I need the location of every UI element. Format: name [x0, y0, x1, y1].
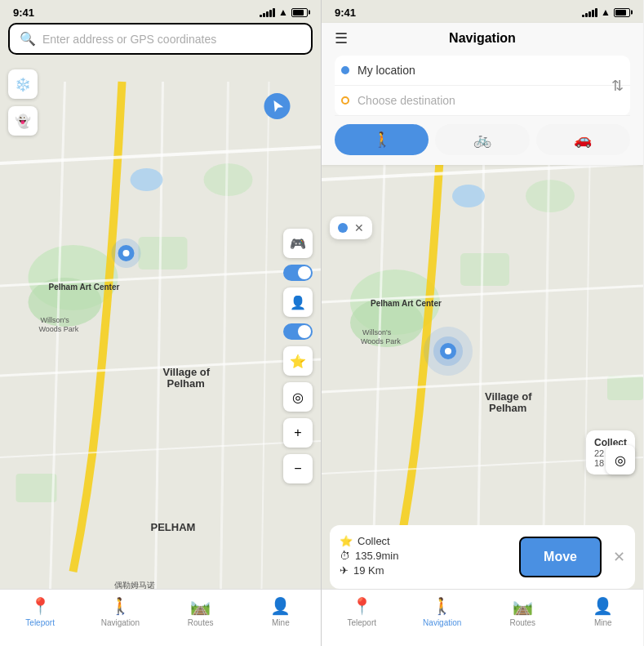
nav-header-row: ☰ Navigation	[335, 31, 630, 46]
toggle-2[interactable]	[283, 323, 313, 340]
snowflake-button[interactable]: ❄️	[8, 69, 38, 99]
right-teleport-icon: 📍	[352, 596, 372, 616]
svg-text:Woods Park: Woods Park	[39, 325, 79, 333]
navigation-header: ☰ Navigation My location Choose destinat…	[322, 23, 643, 165]
signal-bars-icon	[260, 7, 275, 17]
wifi-icon: ▲	[278, 7, 288, 18]
pin-dot	[338, 223, 348, 233]
right-teleport-label: Teleport	[347, 618, 376, 627]
hamburger-button[interactable]: ☰	[335, 29, 348, 47]
collect-title-row: ⭐ Collect	[340, 535, 513, 547]
car-mode-button[interactable]: 🚗	[536, 124, 630, 155]
teleport-icon: 📍	[30, 596, 51, 616]
person-icon-button[interactable]: 👤	[283, 287, 313, 317]
right-status-bar: 9:41 ▲	[322, 0, 643, 23]
walk-icon: 🚶	[373, 131, 391, 149]
right-wifi-icon: ▲	[601, 7, 611, 18]
right-nav-item-routes[interactable]: 🛤️ Routes	[482, 596, 563, 627]
map-background: Pelham Art Center Willson's Woods Park V…	[0, 0, 321, 646]
nav-item-teleport[interactable]: 📍 Teleport	[0, 596, 80, 627]
right-mine-icon: 👤	[593, 596, 613, 616]
zoom-in-button[interactable]: +	[283, 418, 313, 448]
bottom-nav-right: 📍 Teleport 🚶 Navigation 🛤️ Routes 👤 Mine	[322, 589, 643, 646]
location-button[interactable]: ◎	[283, 382, 313, 412]
svg-text:Pelham: Pelham	[167, 377, 205, 390]
svg-rect-31	[460, 253, 509, 286]
mine-icon: 👤	[270, 596, 291, 616]
status-bar: 9:41 ▲	[0, 0, 321, 23]
svg-rect-5	[16, 474, 57, 502]
bike-mode-button[interactable]: 🚲	[435, 124, 529, 155]
svg-rect-33	[607, 376, 643, 400]
collect-star-icon: ⭐	[340, 535, 353, 547]
bike-icon: 🚲	[473, 131, 491, 149]
collect-distance-row: ✈ 19 Km	[340, 564, 513, 577]
svg-text:Pelham Art Center: Pelham Art Center	[49, 283, 120, 292]
ghost-icon: 👻	[15, 114, 31, 129]
right-nav-item-teleport[interactable]: 📍 Teleport	[322, 596, 402, 627]
routes-label: Routes	[188, 618, 214, 627]
search-bar[interactable]: 🔍 Enter address or GPS coordinates	[8, 23, 313, 55]
mine-label: Mine	[272, 618, 290, 627]
collect-time-value: 135.9min	[355, 550, 398, 562]
collect-distance-value: 19 Km	[353, 564, 384, 577]
right-nav-item-mine[interactable]: 👤 Mine	[563, 596, 644, 627]
route-fields: My location Choose destination ⇅	[335, 56, 630, 116]
dest-placeholder: Choose destination	[358, 94, 455, 107]
svg-text:Willson's: Willson's	[41, 316, 70, 324]
pin-overlay: ✕	[330, 216, 372, 239]
toggle-1[interactable]	[283, 265, 313, 281]
right-battery-icon	[614, 8, 630, 17]
info-card-close-button[interactable]: ✕	[613, 548, 625, 566]
svg-text:Willson's: Willson's	[362, 328, 392, 336]
zoom-out-button[interactable]: −	[283, 454, 313, 483]
svg-text:PELHAM: PELHAM	[151, 521, 196, 533]
pin-close-button[interactable]: ✕	[354, 221, 364, 234]
svg-text:Pelham Art Center: Pelham Art Center	[371, 299, 442, 308]
teleport-label: Teleport	[25, 618, 55, 627]
svg-text:Pelham: Pelham	[489, 402, 526, 414]
bottom-nav-left: 📍 Teleport 🚶 Navigation 🛤️ Routes 👤 Mine	[0, 589, 321, 646]
nav-item-mine[interactable]: 👤 Mine	[241, 596, 321, 627]
nav-title: Navigation	[449, 31, 516, 46]
right-location-button[interactable]: ◎	[606, 445, 635, 474]
move-button[interactable]: Move	[519, 537, 602, 577]
status-time: 9:41	[13, 7, 34, 19]
collect-distance-icon: ✈	[340, 564, 349, 577]
search-placeholder: Enter address or GPS coordinates	[42, 33, 216, 46]
right-routes-icon: 🛤️	[513, 596, 533, 616]
collect-title: Collect	[358, 535, 390, 547]
right-navigation-label: Navigation	[423, 618, 461, 627]
gamepad-button[interactable]: 🎮	[283, 229, 313, 258]
collect-time-row: ⏱ 135.9min	[340, 550, 513, 562]
svg-rect-3	[139, 237, 188, 270]
left-panel: Pelham Art Center Willson's Woods Park V…	[0, 0, 322, 646]
navigation-label: Navigation	[101, 618, 140, 627]
routes-icon: 🛤️	[190, 596, 211, 616]
svg-text:Woods Park: Woods Park	[361, 337, 401, 345]
right-signal-bars-icon	[582, 7, 597, 17]
svg-text:Village of: Village of	[485, 390, 532, 403]
svg-point-42	[452, 185, 485, 207]
destination-field[interactable]: Choose destination	[335, 86, 630, 116]
star-button[interactable]: ⭐	[283, 346, 313, 376]
right-nav-item-navigation[interactable]: 🚶 Navigation	[402, 596, 483, 627]
right-routes-label: Routes	[509, 618, 535, 627]
walk-mode-button[interactable]: 🚶	[335, 124, 429, 155]
right-navigation-icon: 🚶	[432, 596, 452, 616]
origin-field[interactable]: My location	[335, 56, 630, 86]
svg-point-14	[131, 168, 163, 191]
ghost-button[interactable]: 👻	[8, 106, 38, 136]
collect-details: ⭐ Collect ⏱ 135.9min ✈ 19 Km	[340, 535, 513, 579]
car-icon: 🚗	[574, 131, 592, 149]
nav-item-routes[interactable]: 🛤️ Routes	[161, 596, 241, 627]
right-controls: 🎮 👤 ⭐ ◎ + −	[283, 229, 313, 483]
collect-time-icon: ⏱	[340, 550, 350, 562]
nav-item-navigation[interactable]: 🚶 Navigation	[80, 596, 160, 627]
info-card: ⭐ Collect ⏱ 135.9min ✈ 19 Km Move ✕	[330, 525, 635, 589]
svg-point-32	[526, 180, 575, 212]
origin-text: My location	[358, 64, 415, 77]
svg-point-17	[123, 250, 130, 256]
collect-row: ⭐ Collect ⏱ 135.9min ✈ 19 Km Move ✕	[340, 535, 625, 579]
swap-button[interactable]: ⇅	[611, 77, 624, 95]
